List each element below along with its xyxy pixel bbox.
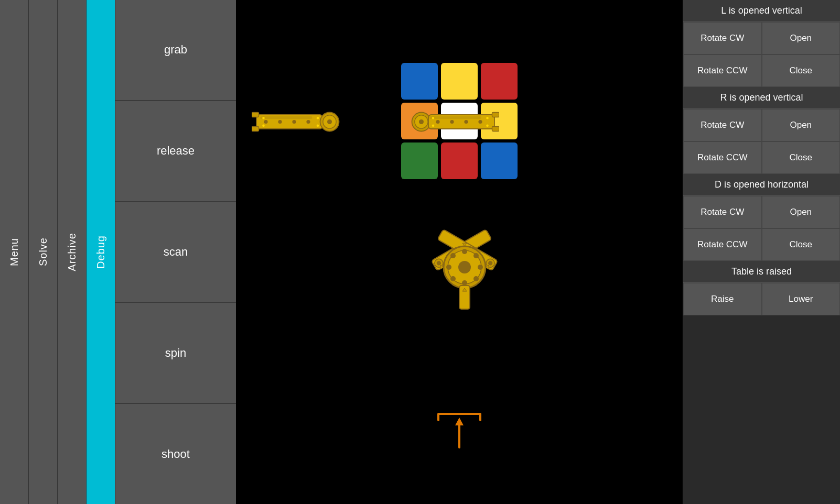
l-rotate-ccw-button[interactable]: Rotate CCW [683, 54, 762, 87]
panel-buttons-row-3-0: RaiseLower [683, 283, 840, 315]
cube-cell-7 [441, 143, 478, 179]
sidebar-item-menu[interactable]: Menu [0, 0, 29, 504]
svg-marker-53 [455, 418, 464, 425]
panel-buttons-row-2-0: Rotate CWOpen [683, 196, 840, 228]
l-rotate-cw-button[interactable]: Rotate CW [683, 22, 762, 54]
grab-button[interactable]: grab [115, 0, 236, 101]
svg-point-28 [486, 117, 489, 119]
svg-point-21 [464, 120, 468, 124]
r-close-button[interactable]: Close [762, 141, 841, 174]
svg-point-40 [462, 280, 467, 286]
d-rotate-ccw-button[interactable]: Rotate CCW [683, 228, 762, 261]
actions-panel: grab release scan spin shoot [115, 0, 236, 504]
r-open-button[interactable]: Open [762, 109, 841, 141]
release-button[interactable]: release [115, 101, 236, 202]
svg-rect-8 [252, 113, 259, 117]
panel-section-title-2: D is opened horizontal [683, 174, 840, 196]
svg-point-38 [458, 261, 471, 273]
svg-point-41 [446, 265, 451, 270]
svg-point-29 [486, 124, 489, 127]
d-rotate-cw-button[interactable]: Rotate CW [683, 196, 762, 228]
svg-point-39 [462, 249, 467, 254]
sidebar-item-solve[interactable]: Solve [29, 0, 58, 504]
svg-point-13 [317, 117, 319, 119]
robot-arm-right [405, 102, 499, 141]
r-rotate-ccw-button[interactable]: Rotate CCW [683, 141, 762, 174]
svg-point-46 [473, 276, 479, 281]
panel-buttons-row-2-1: Rotate CCWClose [683, 228, 840, 261]
r-rotate-cw-button[interactable]: Rotate CW [683, 109, 762, 141]
scan-button[interactable]: scan [115, 202, 236, 303]
svg-rect-10 [260, 116, 312, 119]
svg-point-44 [473, 253, 479, 258]
table-indicator [428, 410, 491, 452]
svg-point-7 [306, 120, 310, 124]
spin-button[interactable]: spin [115, 303, 236, 404]
svg-point-6 [292, 120, 296, 124]
panel-section-title-1: R is opened vertical [683, 87, 840, 109]
svg-point-26 [432, 117, 435, 119]
cube-cell-6 [401, 143, 438, 179]
svg-point-22 [478, 120, 482, 124]
main-canvas [236, 0, 683, 504]
sidebar-item-archive[interactable]: Archive [58, 0, 87, 504]
svg-rect-24 [492, 127, 500, 132]
svg-point-12 [262, 124, 265, 127]
svg-rect-23 [492, 113, 500, 117]
panel-buttons-row-0-0: Rotate CWOpen [683, 22, 840, 54]
sidebar-item-debug[interactable]: Debug [87, 0, 115, 504]
cube-cell-8 [481, 143, 518, 179]
svg-rect-25 [429, 116, 481, 119]
panel-section-title-0: L is opened vertical [683, 0, 840, 22]
svg-point-27 [432, 124, 435, 127]
svg-point-45 [450, 276, 456, 281]
table-lower-button[interactable]: Lower [762, 283, 841, 315]
cube-cell-0 [401, 63, 438, 100]
shoot-button[interactable]: shoot [115, 404, 236, 504]
l-close-button[interactable]: Close [762, 54, 841, 87]
cube-cell-2 [481, 63, 518, 100]
svg-point-14 [317, 124, 319, 127]
panel-buttons-row-0-1: Rotate CCWClose [683, 54, 840, 87]
svg-point-17 [419, 119, 424, 124]
cube-cell-1 [441, 63, 478, 100]
panel-buttons-row-1-0: Rotate CWOpen [683, 109, 840, 141]
table-raise-button[interactable]: Raise [683, 283, 762, 315]
d-close-button[interactable]: Close [762, 228, 841, 261]
sidebar: Menu Solve Archive Debug [0, 0, 115, 504]
panel-buttons-row-1-1: Rotate CCWClose [683, 141, 840, 174]
l-open-button[interactable]: Open [762, 22, 841, 54]
robot-arm-left [252, 102, 346, 141]
panel-section-title-3: Table is raised [683, 261, 840, 283]
d-open-button[interactable]: Open [762, 196, 841, 228]
svg-point-11 [262, 117, 265, 119]
svg-point-43 [450, 253, 456, 258]
svg-point-20 [450, 120, 454, 124]
svg-rect-9 [252, 127, 259, 132]
svg-point-4 [264, 120, 267, 124]
robot-gripper-bottom [407, 204, 512, 309]
svg-point-19 [436, 120, 439, 124]
svg-point-5 [278, 120, 282, 124]
svg-point-42 [478, 265, 483, 270]
control-panel: L is opened verticalRotate CWOpenRotate … [683, 0, 840, 504]
svg-point-3 [327, 119, 332, 124]
